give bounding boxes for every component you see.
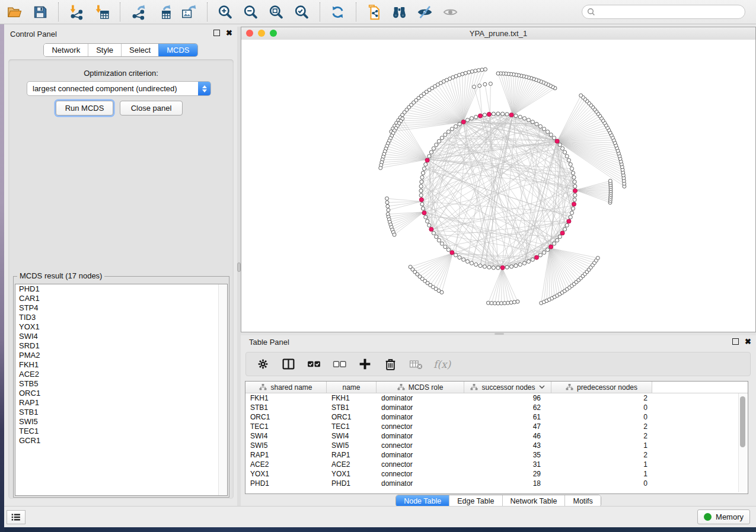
- mcds-result-item[interactable]: STB1: [15, 408, 227, 417]
- table-row-ORC1[interactable]: ORC1ORC1dominator610: [245, 412, 748, 422]
- export-network-button[interactable]: [129, 4, 146, 20]
- column-header-shared-name[interactable]: shared name: [245, 382, 327, 393]
- network-view-canvas[interactable]: [241, 40, 755, 332]
- cell-name[interactable]: SWI5: [327, 441, 377, 450]
- export-image-button[interactable]: [180, 4, 197, 20]
- cell-MCDS-role[interactable]: connector: [377, 422, 464, 431]
- float-panel-icon[interactable]: [213, 30, 220, 36]
- cell-MCDS-role[interactable]: dominator: [377, 394, 464, 402]
- table-row-STB1[interactable]: STB1STB1dominator620: [245, 403, 748, 412]
- window-zoom-button[interactable]: [270, 30, 277, 37]
- list-scrollbar[interactable]: [218, 284, 227, 495]
- cell-name[interactable]: ORC1: [327, 413, 377, 421]
- cell-successor-nodes[interactable]: 46: [464, 432, 551, 440]
- cell-successor-nodes[interactable]: 96: [464, 394, 551, 402]
- zoom-out-button[interactable]: [242, 4, 259, 20]
- new-network-from-selection-button[interactable]: [365, 4, 382, 20]
- scrollbar-thumb[interactable]: [740, 396, 745, 447]
- column-header-predecessor-nodes[interactable]: predecessor nodes: [551, 382, 652, 393]
- optimization-criterion-select[interactable]: largest connected component (undirected): [27, 81, 211, 96]
- cell-successor-nodes[interactable]: 62: [464, 403, 551, 412]
- table-row-YOX1[interactable]: YOX1YOX1connector291: [245, 469, 748, 479]
- cell-successor-nodes[interactable]: 43: [464, 441, 551, 450]
- refresh-button[interactable]: [329, 4, 346, 20]
- import-table-button[interactable]: [93, 4, 110, 20]
- save-session-button[interactable]: [31, 4, 48, 20]
- network-graph[interactable]: [241, 40, 755, 332]
- tab-network[interactable]: Network: [44, 44, 88, 56]
- mcds-result-item[interactable]: PHD1: [15, 284, 227, 294]
- mcds-result-item[interactable]: TEC1: [15, 427, 227, 436]
- cell-successor-nodes[interactable]: 47: [464, 422, 551, 431]
- tab-edge-table[interactable]: Edge Table: [449, 495, 502, 507]
- table-row-PHD1[interactable]: PHD1PHD1dominator180: [245, 479, 748, 488]
- mcds-result-item[interactable]: ORC1: [15, 389, 227, 398]
- cell-shared-name[interactable]: YOX1: [245, 470, 327, 478]
- memory-button[interactable]: Memory: [697, 509, 750, 524]
- cell-successor-nodes[interactable]: 29: [464, 470, 551, 478]
- mcds-result-item[interactable]: SRD1: [15, 341, 227, 351]
- close-panel-icon[interactable]: ✖: [226, 30, 232, 36]
- cell-name[interactable]: PHD1: [327, 479, 377, 488]
- cell-shared-name[interactable]: RAP1: [245, 451, 327, 459]
- cell-predecessor-nodes[interactable]: 2: [551, 422, 652, 431]
- cell-predecessor-nodes[interactable]: 1: [551, 460, 652, 469]
- cell-name[interactable]: RAP1: [327, 451, 377, 459]
- mcds-result-item[interactable]: TID3: [15, 313, 227, 322]
- open-file-button[interactable]: [6, 4, 23, 20]
- table-row-RAP1[interactable]: RAP1RAP1dominator352: [245, 450, 748, 460]
- mcds-result-item[interactable]: SWI5: [15, 417, 227, 427]
- mcds-result-list[interactable]: PHD1CAR1STP4TID3YOX1SWI4SRD1PMA2FKH1ACE2…: [15, 284, 228, 496]
- cell-name[interactable]: TEC1: [327, 422, 377, 431]
- cell-successor-nodes[interactable]: 35: [464, 451, 551, 459]
- tab-motifs[interactable]: Motifs: [564, 495, 600, 507]
- cell-shared-name[interactable]: FKH1: [245, 394, 327, 402]
- window-close-button[interactable]: [246, 30, 253, 37]
- column-header-name[interactable]: name: [327, 382, 377, 393]
- tab-select[interactable]: Select: [121, 44, 158, 56]
- zoom-in-button[interactable]: [216, 4, 233, 20]
- cell-name[interactable]: FKH1: [327, 394, 377, 402]
- mcds-result-item[interactable]: SWI4: [15, 332, 227, 341]
- cell-predecessor-nodes[interactable]: 1: [551, 441, 652, 450]
- mcds-result-item[interactable]: ACE2: [15, 370, 227, 379]
- cell-shared-name[interactable]: ORC1: [245, 413, 327, 421]
- cell-MCDS-role[interactable]: dominator: [377, 479, 464, 488]
- float-panel-icon[interactable]: [732, 338, 739, 345]
- cell-MCDS-role[interactable]: connector: [377, 460, 464, 469]
- cell-MCDS-role[interactable]: dominator: [377, 451, 464, 459]
- mcds-result-item[interactable]: GCR1: [15, 436, 227, 446]
- tab-style[interactable]: Style: [88, 44, 121, 56]
- cell-MCDS-role[interactable]: connector: [377, 470, 464, 478]
- show-columns-button[interactable]: [280, 357, 296, 372]
- cell-name[interactable]: YOX1: [327, 470, 377, 478]
- column-header-MCDS-role[interactable]: MCDS role: [377, 382, 464, 393]
- table-settings-button[interactable]: [255, 357, 270, 372]
- task-history-button[interactable]: [7, 510, 25, 524]
- mcds-result-item[interactable]: PMA2: [15, 351, 227, 360]
- run-mcds-button[interactable]: Run MCDS: [56, 101, 113, 116]
- close-panel-button[interactable]: Close panel: [120, 101, 183, 116]
- cell-name[interactable]: STB1: [327, 403, 377, 412]
- zoom-selected-button[interactable]: [293, 4, 310, 20]
- network-search-box[interactable]: [582, 5, 745, 19]
- export-table-button[interactable]: [155, 4, 171, 20]
- mcds-result-item[interactable]: RAP1: [15, 398, 227, 408]
- mcds-result-item[interactable]: YOX1: [15, 322, 227, 332]
- cell-MCDS-role[interactable]: connector: [377, 441, 464, 450]
- cell-shared-name[interactable]: SWI4: [245, 432, 327, 440]
- cell-successor-nodes[interactable]: 31: [464, 460, 551, 469]
- cell-predecessor-nodes[interactable]: 0: [551, 479, 652, 488]
- mcds-result-item[interactable]: CAR1: [15, 294, 227, 303]
- search-input[interactable]: [596, 6, 745, 18]
- cell-predecessor-nodes[interactable]: 2: [551, 394, 652, 402]
- hide-selected-button[interactable]: [416, 4, 433, 20]
- cell-shared-name[interactable]: ACE2: [245, 460, 327, 469]
- cell-shared-name[interactable]: STB1: [245, 403, 327, 412]
- cell-shared-name[interactable]: SWI5: [245, 441, 327, 450]
- cell-name[interactable]: SWI4: [327, 432, 377, 440]
- tab-mcds[interactable]: MCDS: [158, 44, 197, 56]
- cell-MCDS-role[interactable]: dominator: [377, 403, 464, 412]
- add-row-button[interactable]: [357, 357, 372, 372]
- zoom-fit-button[interactable]: [267, 4, 284, 20]
